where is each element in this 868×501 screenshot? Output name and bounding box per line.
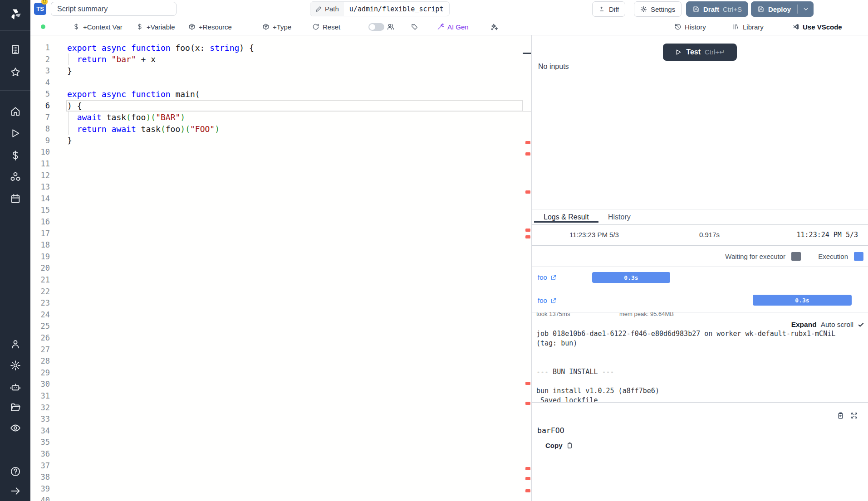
code-line[interactable]: 29 [30, 367, 531, 379]
code-line[interactable]: 24 [30, 309, 531, 321]
sidebar-expand-arrow[interactable] [10, 486, 21, 497]
draft-button[interactable]: Draft Ctrl+S [686, 1, 748, 17]
sidebar-item-settings[interactable] [10, 360, 21, 371]
code-line[interactable]: 9} [30, 135, 531, 146]
external-link-icon[interactable] [550, 274, 557, 281]
ai-sparkles-button[interactable] [490, 18, 498, 35]
copy-to-clipboard-icon[interactable] [837, 412, 844, 419]
script-summary-input[interactable] [51, 2, 177, 16]
code-line[interactable]: 1export async function foo(x: string) { [30, 42, 531, 54]
sidebar-item-schedules[interactable] [10, 193, 21, 204]
code-line[interactable]: 22 [30, 286, 531, 297]
code-line[interactable]: 11 [30, 158, 531, 170]
sidebar-item-workers[interactable] [10, 381, 21, 393]
code-line[interactable]: 36 [30, 448, 531, 460]
code-line[interactable]: 17 [30, 228, 531, 239]
code-line[interactable]: 28 [30, 355, 531, 367]
run-foo-link[interactable]: foo [538, 273, 557, 281]
code-line[interactable]: 6) { [30, 100, 531, 112]
copy-result-button[interactable]: Copy [545, 442, 573, 449]
code-line[interactable]: 31 [30, 390, 531, 402]
add-context-var-button[interactable]: +Context Var [73, 18, 123, 35]
code-line[interactable]: 13 [30, 181, 531, 193]
code-line[interactable]: 10 [30, 146, 531, 158]
use-vscode-button[interactable]: Use VScode [792, 18, 842, 35]
tab-history[interactable]: History [608, 213, 631, 221]
run-foo-link[interactable]: foo [538, 297, 557, 304]
test-label: Test [686, 48, 701, 56]
sidebar-item-users[interactable] [10, 339, 21, 350]
sidebar-item-runs[interactable] [10, 128, 21, 139]
log-controls: Expand Auto scroll [791, 321, 864, 329]
code-line[interactable]: 16 [30, 216, 531, 228]
code-line[interactable]: 4 [30, 77, 531, 88]
chevron-down-icon[interactable] [802, 5, 809, 13]
error-marker [525, 477, 530, 480]
external-link-icon[interactable] [550, 297, 557, 304]
code-line[interactable]: 33 [30, 413, 531, 425]
error-marker [525, 402, 530, 405]
ai-gen-button[interactable]: AI Gen [437, 18, 469, 35]
code-line[interactable]: 38 [30, 471, 531, 483]
code-line[interactable]: 2 return "bar" + x [30, 54, 531, 65]
code-line[interactable]: 12 [30, 170, 531, 181]
run-duration-bar[interactable]: 0.3s [592, 272, 670, 283]
sidebar-item-audit-logs[interactable] [10, 423, 21, 434]
sidebar-item-folders[interactable] [10, 402, 21, 413]
sidebar-item-help[interactable] [10, 466, 21, 477]
diff-button[interactable]: Diff [592, 1, 625, 17]
code-line[interactable]: 27 [30, 344, 531, 355]
code-line[interactable]: 8 return await task(foo)("FOO") [30, 123, 531, 135]
code-line[interactable]: 14 [30, 193, 531, 204]
code-line[interactable]: 20 [30, 262, 531, 274]
emoji-picker-button[interactable]: 🙂 [41, 0, 48, 5]
library-button[interactable]: Library [732, 18, 764, 35]
code-line[interactable]: 39 [30, 483, 531, 495]
run-duration-bar[interactable]: 0.3s [753, 295, 852, 306]
code-line[interactable]: 30 [30, 378, 531, 390]
collaborators-button[interactable] [387, 18, 395, 35]
add-type-button[interactable]: +Type [262, 18, 291, 35]
line-number: 25 [30, 321, 50, 331]
code-line[interactable]: 7 await task(foo)("BAR") [30, 112, 531, 123]
script-path[interactable]: Path u/admin/flexible_script [310, 1, 450, 16]
code-line[interactable]: 37 [30, 460, 531, 472]
deploy-button[interactable]: Deploy [751, 1, 814, 17]
sidebar-item-home[interactable] [10, 106, 21, 117]
history-button[interactable]: History [674, 18, 706, 35]
sidebar-item-workspace[interactable] [10, 44, 21, 55]
code-editor[interactable]: 1export async function foo(x: string) {2… [30, 35, 531, 501]
expand-button[interactable]: Expand [791, 321, 817, 329]
line-number: 20 [30, 263, 50, 272]
code-line[interactable]: 19 [30, 251, 531, 263]
code-line[interactable]: 18 [30, 239, 531, 251]
code-line[interactable]: 3} [30, 65, 531, 77]
code-line[interactable]: 26 [30, 332, 531, 344]
add-variable-button[interactable]: +Variable [136, 18, 175, 35]
add-resource-button[interactable]: +Resource [188, 18, 232, 35]
assistant-toggle[interactable] [368, 23, 384, 31]
reset-button[interactable]: Reset [312, 18, 340, 35]
code-line[interactable]: 40 [30, 494, 531, 501]
code-line[interactable]: 35 [30, 436, 531, 448]
settings-button[interactable]: Settings [634, 1, 682, 17]
windmill-logo-icon[interactable] [9, 7, 22, 21]
sidebar-item-resources[interactable] [10, 171, 21, 183]
code-line[interactable]: 21 [30, 274, 531, 286]
checkmark-icon[interactable] [858, 321, 864, 328]
sparkles-icon [490, 23, 498, 31]
test-button[interactable]: Test Ctrl+↵ [663, 44, 737, 61]
code-line[interactable]: 15 [30, 204, 531, 216]
log-output[interactable]: job 018e10b6-dae1-6122-f046-e80d6d983b27… [536, 329, 854, 403]
sidebar-item-favorites[interactable] [10, 67, 21, 78]
tag-button[interactable] [411, 18, 418, 35]
fullscreen-icon[interactable] [850, 412, 858, 419]
code-line[interactable]: 23 [30, 297, 531, 309]
code-line[interactable]: 34 [30, 425, 531, 437]
autoscroll-label[interactable]: Auto scroll [821, 321, 853, 329]
code-line[interactable]: 5export async function main( [30, 88, 531, 100]
sidebar-item-variables[interactable] [10, 150, 21, 161]
code-line[interactable]: 25 [30, 320, 531, 332]
code-line[interactable]: 32 [30, 402, 531, 413]
tab-logs-result[interactable]: Logs & Result [544, 213, 589, 221]
